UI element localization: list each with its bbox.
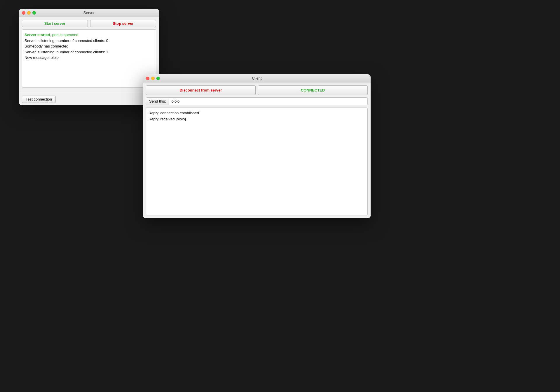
client-title-bar: Client	[143, 74, 371, 82]
test-connection-button[interactable]: Test connection	[22, 96, 56, 103]
server-content: Start server Stop server Server started,…	[19, 17, 159, 93]
stop-server-button[interactable]: Stop server	[90, 20, 156, 27]
server-minimize-button[interactable]	[27, 11, 31, 15]
start-server-button[interactable]: Start server	[22, 20, 88, 27]
client-window: Client Disconnect from server CONNECTED …	[143, 74, 371, 218]
connected-label: CONNECTED	[297, 87, 328, 94]
send-button[interactable]: Send this:	[146, 98, 169, 105]
client-log-area: Reply: connection established Reply: rec…	[146, 108, 368, 215]
client-maximize-button[interactable]	[156, 77, 160, 80]
log-line-4: New message: ololo	[25, 55, 153, 61]
server-traffic-lights	[22, 11, 36, 15]
client-log-line-0: Reply: connection established	[149, 110, 365, 116]
server-button-row: Start server Stop server	[22, 20, 156, 27]
server-maximize-button[interactable]	[32, 11, 36, 15]
server-bottom-bar: Test connection	[19, 93, 159, 105]
log-bold-part: Server started	[25, 33, 50, 37]
log-line-2: Somebody has connected	[25, 43, 153, 49]
server-close-button[interactable]	[22, 11, 25, 15]
server-title-bar: Server	[19, 9, 159, 17]
client-button-row: Disconnect from server CONNECTED	[146, 85, 368, 95]
connected-status: CONNECTED	[258, 85, 368, 95]
client-title: Client	[252, 76, 261, 80]
log-line-3: Server is listening, number of connected…	[25, 49, 153, 55]
client-log-line-1: Reply: received [ololo]	[149, 116, 365, 122]
server-title: Server	[83, 10, 95, 15]
disconnect-button[interactable]: Disconnect from server	[146, 85, 256, 95]
client-close-button[interactable]	[146, 77, 149, 80]
server-window: Server Start server Stop server Server s…	[19, 9, 159, 105]
client-traffic-lights	[146, 77, 160, 80]
cursor	[186, 117, 187, 121]
send-input[interactable]	[169, 98, 367, 105]
send-row: Send this:	[146, 97, 368, 105]
log-line-0: Server started, port is openned.	[25, 32, 153, 38]
server-log-area: Server started, port is openned. Server …	[22, 29, 156, 88]
client-minimize-button[interactable]	[151, 77, 155, 80]
client-content: Disconnect from server CONNECTED Send th…	[143, 82, 371, 218]
log-line-1: Server is listening, number of connected…	[25, 38, 153, 44]
log-green-part: , port is openned.	[50, 33, 79, 37]
